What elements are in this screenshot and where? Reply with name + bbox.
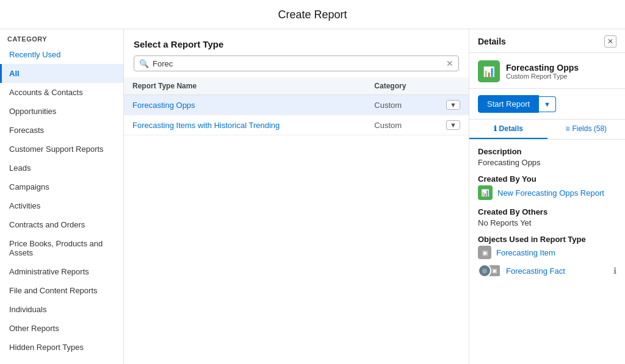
object-row-1: ▣ Forecasting Item bbox=[478, 246, 616, 259]
sidebar-item-all[interactable]: All bbox=[0, 64, 123, 83]
report-icon: 📊 bbox=[478, 60, 500, 82]
details-tab-icon: ℹ bbox=[494, 124, 497, 133]
report-icon-symbol: 📊 bbox=[483, 66, 495, 77]
search-bar: 🔍 ✕ bbox=[124, 55, 469, 77]
object-name-1[interactable]: Forecasting Item bbox=[496, 248, 555, 257]
created-by-you-label: Created By You bbox=[478, 174, 616, 184]
sidebar-item-recently-used[interactable]: Recently Used bbox=[0, 45, 123, 64]
report-info-text: Forecasting Opps Custom Report Type bbox=[506, 63, 579, 80]
created-by-you-link[interactable]: New Forecasting Opps Report bbox=[497, 188, 604, 198]
sidebar-item-other-reports[interactable]: Other Reports bbox=[0, 319, 123, 338]
report-type-table: Report Type Name Category Forecasting Op… bbox=[124, 77, 469, 364]
close-button[interactable]: ✕ bbox=[604, 35, 616, 48]
sidebar-item-individuals[interactable]: Individuals bbox=[0, 300, 123, 319]
object-row-2: ◎ ▣ Forecasting Fact ℹ bbox=[478, 264, 616, 277]
tab-fields[interactable]: ≡ Fields (58) bbox=[547, 120, 626, 139]
search-icon: 🔍 bbox=[139, 59, 149, 68]
report-name: Forecasting Opps bbox=[506, 63, 579, 73]
search-input-wrapper[interactable]: 🔍 ✕ bbox=[134, 55, 459, 71]
sidebar-item-administrative-reports[interactable]: Administrative Reports bbox=[0, 262, 123, 281]
search-input[interactable] bbox=[153, 59, 446, 68]
category-cell: Custom bbox=[366, 95, 438, 115]
sidebar-item-price-books[interactable]: Price Books, Products and Assets bbox=[0, 234, 123, 262]
overlap-icons: ◎ ▣ bbox=[478, 264, 501, 277]
detail-body: Description Forecasting Opps Created By … bbox=[469, 140, 625, 290]
sidebar-item-customer-support[interactable]: Customer Support Reports bbox=[0, 140, 123, 159]
details-tab-label: Details bbox=[499, 124, 523, 133]
table-row[interactable]: Forecasting Opps Custom ▼ bbox=[124, 95, 469, 115]
sidebar-item-accounts-contacts[interactable]: Accounts & Contacts bbox=[0, 83, 123, 102]
row-action-cell: ▼ bbox=[438, 95, 469, 115]
fields-tab-icon: ≡ bbox=[565, 124, 569, 133]
report-type-name-cell[interactable]: Forecasting Opps bbox=[124, 95, 366, 115]
created-by-others-value: No Reports Yet bbox=[478, 218, 616, 227]
center-panel: Select a Report Type 🔍 ✕ Report Type Nam… bbox=[124, 29, 469, 364]
category-cell: Custom bbox=[366, 115, 438, 135]
sidebar-item-campaigns[interactable]: Campaigns bbox=[0, 177, 123, 196]
report-type-name-cell[interactable]: Forecasting Items with Historical Trendi… bbox=[124, 115, 366, 135]
created-by-others-label: Created By Others bbox=[478, 207, 616, 216]
sidebar: Category Recently Used All Accounts & Co… bbox=[0, 29, 124, 364]
sidebar-item-leads[interactable]: Leads bbox=[0, 159, 123, 177]
details-header: Details ✕ bbox=[469, 29, 625, 53]
tab-details[interactable]: ℹ Details bbox=[469, 120, 547, 139]
report-info: 📊 Forecasting Opps Custom Report Type bbox=[469, 53, 625, 89]
sidebar-category-label: Category bbox=[0, 29, 123, 45]
objects-label: Objects Used in Report Type bbox=[478, 235, 616, 244]
created-by-you-section: 📊 New Forecasting Opps Report bbox=[478, 185, 616, 200]
row-dropdown-btn[interactable]: ▼ bbox=[446, 100, 460, 110]
object-name-2[interactable]: Forecasting Fact bbox=[506, 266, 565, 276]
clear-icon[interactable]: ✕ bbox=[446, 59, 453, 68]
sidebar-item-contracts-orders[interactable]: Contracts and Orders bbox=[0, 215, 123, 234]
description-label: Description bbox=[478, 147, 616, 156]
fields-tab-label: Fields (58) bbox=[572, 124, 607, 133]
details-panel: Details ✕ 📊 Forecasting Opps Custom Repo… bbox=[469, 29, 625, 364]
col-category: Category bbox=[366, 77, 438, 95]
sidebar-item-file-content[interactable]: File and Content Reports bbox=[0, 281, 123, 300]
center-header: Select a Report Type bbox=[124, 29, 469, 55]
row-action-cell: ▼ bbox=[438, 115, 469, 135]
sidebar-item-forecasts[interactable]: Forecasts bbox=[0, 121, 123, 140]
created-icon-symbol: 📊 bbox=[481, 189, 490, 197]
page-title: Create Report bbox=[0, 0, 625, 29]
start-report-bar: Start Report ▼ bbox=[469, 89, 625, 120]
row-dropdown-btn[interactable]: ▼ bbox=[446, 120, 460, 130]
description-value: Forecasting Opps bbox=[478, 158, 616, 167]
sidebar-item-opportunities[interactable]: Opportunities bbox=[0, 102, 123, 121]
info-icon[interactable]: ℹ bbox=[613, 266, 616, 276]
start-report-button[interactable]: Start Report bbox=[478, 95, 539, 113]
overlap-icon-1: ◎ bbox=[478, 264, 491, 277]
sidebar-item-hidden-report-types[interactable]: Hidden Report Types bbox=[0, 338, 123, 357]
start-report-dropdown-button[interactable]: ▼ bbox=[539, 96, 556, 112]
created-by-you-icon: 📊 bbox=[478, 185, 493, 200]
sidebar-item-activities[interactable]: Activities bbox=[0, 196, 123, 215]
table-row[interactable]: Forecasting Items with Historical Trendi… bbox=[124, 115, 469, 135]
details-header-title: Details bbox=[478, 37, 506, 46]
report-subtype: Custom Report Type bbox=[506, 73, 579, 80]
detail-tabs: ℹ Details ≡ Fields (58) bbox=[469, 120, 625, 140]
object-icon-1: ▣ bbox=[478, 246, 491, 259]
col-report-type-name: Report Type Name bbox=[124, 77, 366, 95]
